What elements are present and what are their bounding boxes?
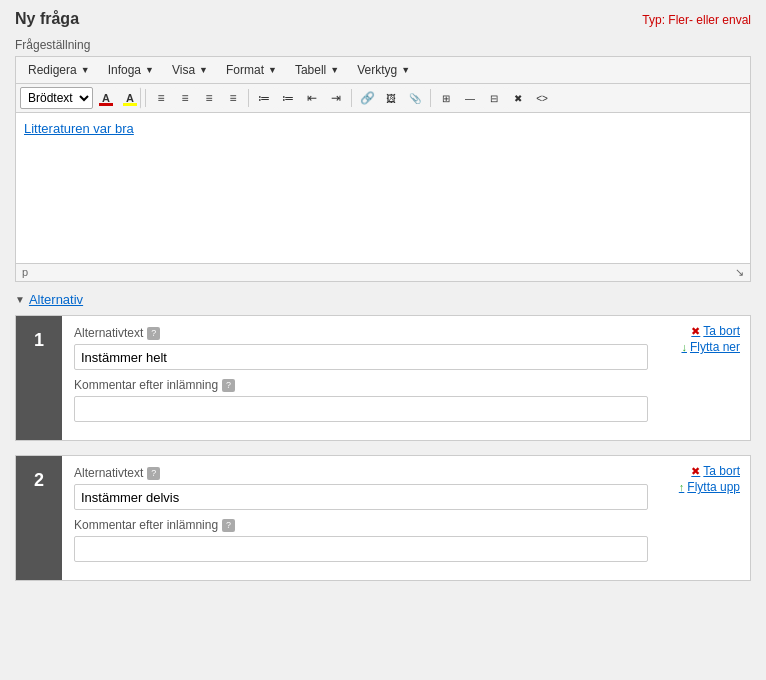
attach-button[interactable]: 📎	[404, 87, 426, 109]
table-button[interactable]: ⊞	[435, 87, 457, 109]
outdent-button[interactable]: ⇤	[301, 87, 323, 109]
alt-text-label-1: Alternativtext ?	[74, 326, 648, 340]
remove-button-2[interactable]: ✖ Ta bort	[691, 464, 740, 478]
move-icon-2: ↑	[679, 481, 685, 493]
comment-help-icon-2[interactable]: ?	[222, 519, 235, 532]
image-button[interactable]: 🖼	[380, 87, 402, 109]
align-justify-button[interactable]: ≡	[222, 87, 244, 109]
editor-body[interactable]: Litteraturen var bra	[16, 113, 750, 263]
editor-tag: p	[22, 266, 28, 279]
alternativ-label: Alternativ	[29, 292, 83, 307]
align-center-button[interactable]: ≡	[174, 87, 196, 109]
alt-number-2: 2	[16, 456, 62, 580]
unordered-list-button[interactable]: ≔	[253, 87, 275, 109]
alt-text-help-icon-2[interactable]: ?	[147, 467, 160, 480]
indent-button[interactable]: ⇥	[325, 87, 347, 109]
alt-number-1: 1	[16, 316, 62, 440]
alt-text-help-icon-1[interactable]: ?	[147, 327, 160, 340]
comment-input-1[interactable]	[74, 396, 648, 422]
editor-container: Redigera ▼ Infoga ▼ Visa ▼ Format ▼ Tabe…	[15, 56, 751, 282]
alt-text-input-2[interactable]	[74, 484, 648, 510]
source-button[interactable]: <>	[531, 87, 553, 109]
remove-icon-1: ✖	[691, 325, 700, 338]
menu-format[interactable]: Format ▼	[218, 60, 285, 80]
alt-actions-1: ✖ Ta bort ↓ Flytta ner	[660, 316, 750, 440]
toggle-icon: ▼	[15, 294, 25, 305]
toolbar: BrödtextRubrik 1Rubrik 2Rubrik 3 A A ≡ ≡…	[16, 84, 750, 113]
alt-text-label-2: Alternativtext ?	[74, 466, 648, 480]
ordered-list-button[interactable]: ≔	[277, 87, 299, 109]
move-button-1[interactable]: ↓ Flytta ner	[681, 340, 740, 354]
insert-hr-button[interactable]: —	[459, 87, 481, 109]
fraga-label: Frågeställning	[15, 38, 751, 52]
alt-content-1: Alternativtext ? Kommentar efter inlämni…	[62, 316, 660, 440]
highlight-color-button[interactable]: A	[119, 87, 141, 109]
alt-actions-2: ✖ Ta bort ↑ Flytta upp	[660, 456, 750, 580]
eraser-button[interactable]: ✖	[507, 87, 529, 109]
menubar: Redigera ▼ Infoga ▼ Visa ▼ Format ▼ Tabe…	[16, 57, 750, 84]
remove-button-1[interactable]: ✖ Ta bort	[691, 324, 740, 338]
alternative-card-1: 1 Alternativtext ? Kommentar efter inläm…	[15, 315, 751, 441]
comment-help-icon-1[interactable]: ?	[222, 379, 235, 392]
sep2	[248, 89, 249, 107]
sep4	[430, 89, 431, 107]
resize-handle[interactable]: ↘	[735, 266, 744, 279]
move-button-2[interactable]: ↑ Flytta upp	[679, 480, 740, 494]
editor-content: Litteraturen var bra	[24, 121, 134, 136]
editor-footer: p ↘	[16, 263, 750, 281]
move-icon-1: ↓	[681, 341, 687, 353]
menu-tabell[interactable]: Tabell ▼	[287, 60, 347, 80]
menu-redigera[interactable]: Redigera ▼	[20, 60, 98, 80]
alternative-card-2: 2 Alternativtext ? Kommentar efter inläm…	[15, 455, 751, 581]
type-label: Typ: Fler- eller enval	[642, 13, 751, 27]
sep1	[145, 89, 146, 107]
style-select[interactable]: BrödtextRubrik 1Rubrik 2Rubrik 3	[20, 87, 93, 109]
font-color-button[interactable]: A	[95, 87, 117, 109]
comment-label-2: Kommentar efter inlämning ?	[74, 518, 648, 532]
align-left-button[interactable]: ≡	[150, 87, 172, 109]
sep3	[351, 89, 352, 107]
menu-infoga[interactable]: Infoga ▼	[100, 60, 162, 80]
remove-icon-2: ✖	[691, 465, 700, 478]
alt-content-2: Alternativtext ? Kommentar efter inlämni…	[62, 456, 660, 580]
align-right-button[interactable]: ≡	[198, 87, 220, 109]
grid-button[interactable]: ⊟	[483, 87, 505, 109]
comment-label-1: Kommentar efter inlämning ?	[74, 378, 648, 392]
menu-visa[interactable]: Visa ▼	[164, 60, 216, 80]
menu-verktyg[interactable]: Verktyg ▼	[349, 60, 418, 80]
comment-input-2[interactable]	[74, 536, 648, 562]
alt-text-input-1[interactable]	[74, 344, 648, 370]
link-button[interactable]: 🔗	[356, 87, 378, 109]
page-title: Ny fråga	[15, 10, 79, 28]
alternativ-section-toggle[interactable]: ▼ Alternativ	[15, 292, 751, 307]
